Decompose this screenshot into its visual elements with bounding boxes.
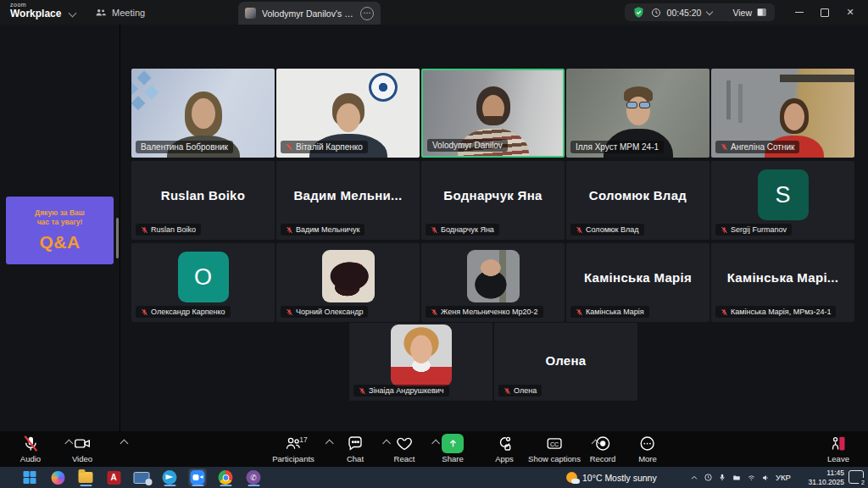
leave-meeting-icon [829,434,848,453]
participant-name-tag: Вадим Мельничук [281,224,364,236]
participant-tile[interactable]: Женя Мельниченко Мр20-2 [421,243,565,322]
share-button[interactable]: Share [442,434,464,463]
meeting-timer: 00:45:20 [667,8,702,18]
tray-wifi-icon[interactable] [747,474,756,482]
weather-icon [566,472,577,483]
more-ellipsis-icon [639,434,657,453]
participant-tile[interactable]: Камінська Марія Камінська Марія [566,243,709,322]
svg-text:CC: CC [550,441,559,447]
tray-folder-icon[interactable] [732,474,742,482]
start-button[interactable] [21,469,39,486]
zoom-app-icon[interactable] [189,469,207,486]
muted-mic-icon [286,308,293,316]
minimize-button[interactable] [787,0,812,25]
muted-mic-icon [286,226,293,234]
view-button[interactable]: View [732,7,767,18]
audio-button[interactable]: Audio [20,434,41,463]
participant-name-tag: Чорний Олександр [281,306,368,318]
participant-tile[interactable]: O Олександр Карпенко [131,243,275,322]
slide-text-line2: час та увагу! [37,218,83,227]
react-button[interactable]: React [394,434,415,463]
participant-tile[interactable]: Камінська Марі... Камінська Марія, МРмз-… [711,243,854,322]
participant-tile[interactable]: Ruslan Boiko Ruslan Boiko [131,161,275,240]
muted-mic-icon [286,143,293,151]
participant-display-name: Камінська Марія [566,270,709,285]
avatar-photo [467,250,520,302]
participants-button[interactable]: Participants 17 [272,434,314,463]
tab-meeting[interactable]: Meeting [95,0,145,25]
participant-display-name: Боднарчук Яна [421,188,565,202]
video-tile-vitalii[interactable]: Віталій Карпенко [276,69,420,158]
background-decoration [780,75,854,82]
record-button[interactable]: Record [590,434,616,463]
taskbar-time: 11:45 [808,469,844,478]
chrome-icon[interactable] [217,469,235,486]
participant-display-name: Камінська Марі... [711,270,854,285]
participant-name-tag: Ілля Хруст МРМ 24-1 [570,141,664,153]
tray-mic-icon[interactable] [718,473,726,482]
panel-scrollbar[interactable] [116,218,119,258]
video-options-chevron[interactable] [120,440,128,448]
meeting-status-pill: 00:45:20 View [625,3,775,21]
tray-speaker-icon[interactable] [761,474,771,482]
taskbar-clock[interactable]: 11:45 31.10.2025 [808,469,844,486]
participants-options-chevron[interactable] [326,440,334,448]
video-tile-valentyna[interactable]: Валентина Бобровник [131,69,275,158]
weather-widget[interactable]: 10°C Mostly sunny [566,467,657,488]
participant-name-tag: Валентина Бобровник [136,141,233,153]
timer-chevron-icon[interactable] [706,8,713,14]
tray-clock-icon[interactable] [704,473,713,482]
windows-logo-icon [24,471,36,484]
muted-mic-icon [576,226,583,234]
close-button[interactable]: ✕ [837,0,863,25]
title-bar: zoom Workplace Meeting Volodymyr Danilov… [0,0,868,25]
participant-name-tag: Ruslan Boiko [136,224,201,236]
maximize-button[interactable] [812,0,837,25]
record-icon [594,434,612,453]
participant-tile[interactable]: Олена Олена [494,323,637,401]
closed-captions-icon: CC [545,434,564,453]
participant-display-name: Соломюк Влад [566,188,709,202]
notification-center-icon[interactable]: 2 [849,470,864,484]
participant-name-tag: Sergij Furmanov [715,224,792,236]
video-tile-illia[interactable]: Ілля Хруст МРМ 24-1 [566,69,709,158]
more-button[interactable]: More [638,434,657,463]
tab-shared-screen[interactable]: Volodymyr Danilov's screen ⋯ [238,2,381,25]
participant-tile[interactable]: Вадим Мельни... Вадим Мельничук [276,161,420,240]
muted-mic-icon [504,387,511,395]
telegram-icon[interactable] [161,469,179,486]
participant-tile[interactable]: Соломюк Влад Соломюк Влад [566,161,709,240]
video-tile-volodymyr-active-speaker[interactable]: Volodymyr Danilov [421,69,565,158]
zoom-workplace-logo: zoom Workplace [10,2,61,19]
participant-tile[interactable]: S Sergij Furmanov [711,161,854,240]
tray-expand-chevron-icon[interactable] [690,474,698,482]
chat-button[interactable]: Chat [347,434,364,463]
copilot-icon[interactable] [49,469,67,486]
avatar-initial: O [178,252,229,302]
chevron-down-icon[interactable] [69,9,77,18]
camera-icon [72,434,92,453]
apps-button[interactable]: Apps [495,434,514,463]
participant-tile[interactable]: Боднарчук Яна Боднарчук Яна [421,161,565,240]
tab-options-icon[interactable]: ⋯ [360,7,374,20]
acrobat-icon[interactable]: A [105,469,123,486]
brand-zoom: zoom [10,2,61,8]
slide-text-line1: Дякую за Ваш [35,208,85,218]
leave-button[interactable]: Leave [827,434,849,463]
participant-tile[interactable]: Зінаіда Андрушкевич [349,323,492,401]
video-tile-anhelina[interactable]: Ангеліна Сотник [711,69,854,158]
file-explorer-icon[interactable] [77,469,95,486]
participant-name-tag: Камінська Марія, МРмз-24-1 [715,306,836,318]
captions-button[interactable]: CC Show captions [528,434,581,463]
notification-badge: 2 [859,478,867,486]
this-pc-icon[interactable] [133,469,151,486]
screen-share-thumbnail-icon [245,8,256,19]
react-options-chevron[interactable] [431,440,440,448]
participant-display-name: Олена [494,353,637,368]
viber-icon[interactable]: ✆ [245,469,263,486]
language-indicator[interactable]: УКР [776,473,791,482]
participant-tile[interactable]: Чорний Олександр [276,243,420,322]
video-button[interactable]: Video [72,434,92,463]
chat-options-chevron[interactable] [382,440,391,448]
shared-slide[interactable]: Дякую за Ваш час та увагу! Q&A [6,197,114,264]
